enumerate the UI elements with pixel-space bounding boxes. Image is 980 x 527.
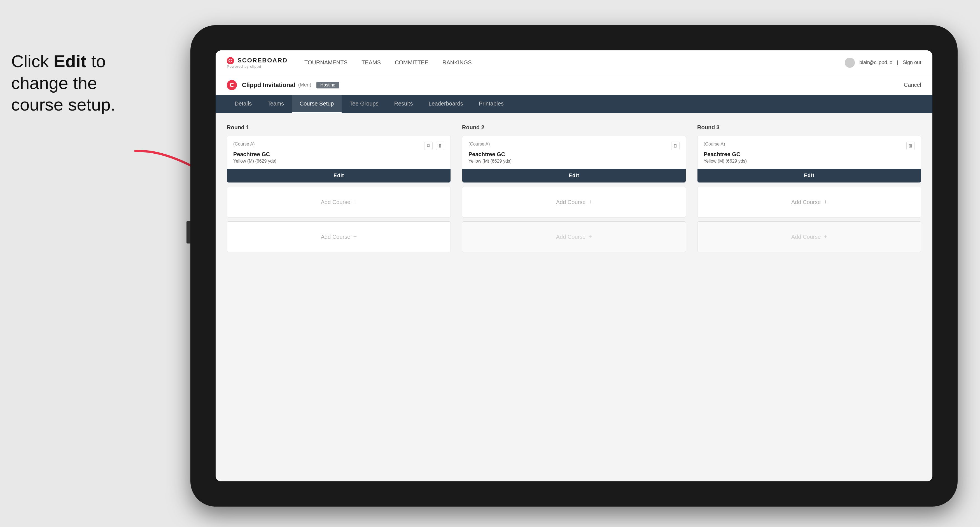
round-3-course-name: Peachtree GC [704, 151, 915, 157]
round-1-course-tee: Yellow (M) (6629 yds) [233, 159, 444, 164]
round-1-edit-button[interactable]: Edit [227, 169, 450, 183]
tab-details[interactable]: Details [227, 95, 259, 113]
round-1-course-icons: ⧉ 🗑 [424, 141, 444, 150]
round-3-course-header: (Course A) 🗑 [704, 141, 915, 150]
round-3-course-tee: Yellow (M) (6629 yds) [704, 159, 915, 164]
round-2-course-icons: 🗑 [671, 141, 679, 150]
tablet-device: C SCOREBOARD Powered by clippd TOURNAMEN… [190, 25, 958, 506]
round-3-course-label: (Course A) [704, 141, 725, 147]
logo-c-letter: C [227, 57, 234, 64]
round-2-add-plus-icon: + [588, 198, 592, 206]
round-1-duplicate-button[interactable]: ⧉ [424, 141, 433, 150]
round-3-add-course-1[interactable]: Add Course + [697, 187, 921, 217]
nav-user-area: blair@clippd.io | Sign out [845, 58, 921, 68]
tab-results[interactable]: Results [387, 95, 421, 113]
tab-leaderboards[interactable]: Leaderboards [420, 95, 471, 113]
round-2-course-tee: Yellow (M) (6629 yds) [468, 159, 679, 164]
add-plus-icon-2: + [353, 233, 357, 240]
main-content: Round 1 (Course A) ⧉ 🗑 Peachtree GC Yell… [216, 113, 932, 481]
tab-bar: Details Teams Course Setup Tee Groups Re… [216, 95, 932, 113]
rounds-grid: Round 1 (Course A) ⧉ 🗑 Peachtree GC Yell… [227, 124, 921, 256]
tournament-logo: C [227, 80, 237, 90]
round-2-column: Round 2 (Course A) 🗑 Peachtree GC Yellow… [462, 124, 686, 256]
round-1-title: Round 1 [227, 124, 451, 131]
round-2-add-course-1[interactable]: Add Course + [462, 187, 686, 217]
cancel-button[interactable]: Cancel [904, 82, 921, 88]
tournament-name: Clippd Invitational [242, 81, 295, 89]
round-1-add-course-1[interactable]: Add Course + [227, 187, 451, 217]
annotation-text: Click Edit tochange thecourse setup. [0, 50, 157, 116]
round-2-edit-button[interactable]: Edit [462, 169, 686, 183]
round-2-course-header: (Course A) 🗑 [468, 141, 679, 150]
tournament-header: C Clippd Invitational (Men) Hosting Canc… [216, 75, 932, 95]
round-2-add-course-label: Add Course [556, 199, 586, 205]
round-2-trash-button[interactable]: 🗑 [671, 141, 679, 150]
nav-separator: | [897, 60, 898, 65]
round-3-add-course-label-2: Add Course [791, 234, 821, 240]
app-logo: C SCOREBOARD Powered by clippd [227, 57, 288, 68]
tablet-side-button [186, 221, 190, 243]
add-course-label-2: Add Course [321, 234, 350, 240]
round-2-add-course-2: Add Course + [462, 221, 686, 252]
round-2-title: Round 2 [462, 124, 686, 131]
round-3-add-plus-icon-2: + [824, 233, 827, 240]
add-course-label: Add Course [321, 199, 350, 205]
round-1-course-name: Peachtree GC [233, 151, 444, 157]
round-3-edit-button[interactable]: Edit [697, 169, 921, 183]
round-1-add-course-2[interactable]: Add Course + [227, 221, 451, 252]
round-3-trash-button[interactable]: 🗑 [906, 141, 915, 150]
app-navbar: C SCOREBOARD Powered by clippd TOURNAMEN… [216, 50, 932, 75]
round-1-course-header: (Course A) ⧉ 🗑 [233, 141, 444, 150]
user-avatar [845, 58, 855, 68]
tab-course-setup[interactable]: Course Setup [292, 95, 342, 113]
tab-printables[interactable]: Printables [471, 95, 512, 113]
round-2-course-name: Peachtree GC [468, 151, 679, 157]
round-3-title: Round 3 [697, 124, 921, 131]
nav-teams[interactable]: TEAMS [361, 58, 381, 67]
tab-teams[interactable]: Teams [259, 95, 292, 113]
round-3-course-card: (Course A) 🗑 Peachtree GC Yellow (M) (66… [697, 136, 921, 183]
nav-tournaments[interactable]: TOURNAMENTS [304, 58, 347, 67]
annotation-bold: Edit [54, 51, 86, 71]
round-2-course-card: (Course A) 🗑 Peachtree GC Yellow (M) (66… [462, 136, 686, 183]
tournament-type: (Men) [298, 82, 311, 88]
round-2-add-course-label-2: Add Course [556, 234, 586, 240]
tab-tee-groups[interactable]: Tee Groups [342, 95, 386, 113]
nav-rankings[interactable]: RANKINGS [442, 58, 471, 67]
round-1-course-card: (Course A) ⧉ 🗑 Peachtree GC Yellow (M) (… [227, 136, 451, 183]
round-2-add-plus-icon-2: + [588, 233, 592, 240]
round-1-course-label: (Course A) [233, 141, 255, 147]
round-1-column: Round 1 (Course A) ⧉ 🗑 Peachtree GC Yell… [227, 124, 451, 256]
tablet-screen: C SCOREBOARD Powered by clippd TOURNAMEN… [216, 50, 932, 481]
nav-committee[interactable]: COMMITTEE [395, 58, 428, 67]
logo-subtitle: Powered by clippd [227, 64, 288, 68]
round-2-course-label: (Course A) [468, 141, 490, 147]
round-3-column: Round 3 (Course A) 🗑 Peachtree GC Yellow… [697, 124, 921, 256]
round-3-add-course-2: Add Course + [697, 221, 921, 252]
logo-title: C SCOREBOARD [227, 57, 288, 64]
user-email: blair@clippd.io [859, 60, 892, 65]
hosting-badge: Hosting [317, 82, 339, 89]
round-3-add-plus-icon: + [824, 198, 827, 206]
round-3-add-course-label: Add Course [791, 199, 821, 205]
round-1-trash-button[interactable]: 🗑 [436, 141, 444, 150]
sign-out-link[interactable]: Sign out [903, 60, 921, 65]
add-plus-icon: + [353, 198, 357, 206]
main-nav: TOURNAMENTS TEAMS COMMITTEE RANKINGS [304, 58, 845, 67]
round-3-course-icons: 🗑 [906, 141, 915, 150]
